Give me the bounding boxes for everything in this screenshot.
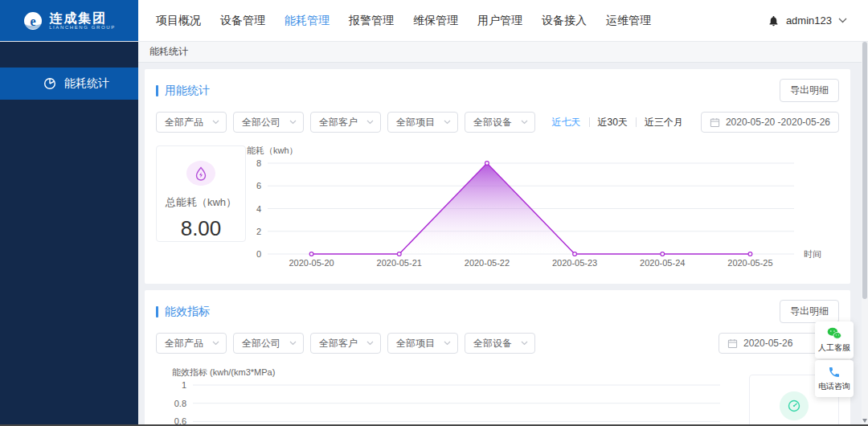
vertical-scrollbar[interactable]: [862, 42, 868, 426]
range-last-30-days[interactable]: 近30天: [590, 116, 636, 129]
svg-text:0: 0: [256, 249, 261, 259]
scrollbar-thumb[interactable]: [862, 42, 867, 299]
title-accent-bar: [156, 306, 158, 317]
phone-icon: [828, 366, 841, 379]
username[interactable]: admin123: [786, 14, 832, 27]
panel-title-energy-efficiency: 能效指标: [165, 305, 210, 319]
chevron-down-icon: [444, 341, 451, 346]
svg-text:2020-05-20: 2020-05-20: [289, 258, 334, 268]
tab-energy-stats[interactable]: 能耗统计: [149, 45, 188, 59]
top-header: e 连成集团 LIANCHENG GROUP 项目概况 设备管理 能耗管理 报警…: [0, 0, 868, 42]
user-area: admin123: [768, 0, 868, 41]
calendar-icon: [727, 338, 738, 349]
chevron-down-icon: [521, 120, 528, 125]
live-chat-label: 人工客服: [818, 342, 850, 354]
svg-text:2020-05-21: 2020-05-21: [377, 258, 422, 268]
nav-item-device-access[interactable]: 设备接入: [538, 14, 590, 28]
svg-text:2: 2: [256, 227, 261, 236]
scrollbar-down-arrow-icon[interactable]: [862, 419, 867, 423]
chevron-down-icon: [366, 341, 374, 346]
wechat-icon: [826, 326, 842, 340]
nav-item-ops-management[interactable]: 运维管理: [603, 14, 654, 28]
total-energy-card: 总能耗（kwh） 8.00: [156, 145, 246, 242]
chevron-down-icon[interactable]: [838, 18, 847, 23]
energy-consumption-chart: 02468能耗（kwh）2020-05-202020-05-212020-05-…: [246, 145, 829, 276]
sidebar: 能耗统计: [0, 42, 138, 426]
app-window: e 连成集团 LIANCHENG GROUP 项目概况 设备管理 能耗管理 报警…: [0, 0, 868, 426]
total-energy-label: 总能耗（kwh）: [166, 195, 236, 210]
chevron-down-icon: [366, 120, 374, 125]
panel-energy-usage: 用能统计 导出明细 全部产品 全部公司 全部客户: [145, 69, 850, 284]
calendar-icon: [710, 117, 720, 128]
svg-text:2020-05-24: 2020-05-24: [640, 258, 685, 268]
svg-text:时间: 时间: [804, 249, 821, 259]
svg-text:4: 4: [256, 204, 261, 214]
total-energy-value: 8.00: [181, 216, 222, 241]
pie-chart-icon: [43, 77, 56, 90]
gauge-icon: [787, 399, 801, 413]
chevron-down-icon: [521, 341, 528, 346]
svg-text:2020-05-25: 2020-05-25: [727, 258, 772, 268]
chevron-down-icon: [289, 120, 297, 125]
range-last-7-days[interactable]: 近七天: [544, 116, 589, 129]
brand-emblem-icon: e: [23, 10, 43, 31]
svg-text:1: 1: [182, 380, 186, 390]
sidebar-item-energy-stats[interactable]: 能耗统计: [0, 68, 138, 100]
nav-item-user-management[interactable]: 用户管理: [474, 14, 526, 28]
main-nav: 项目概况 设备管理 能耗管理 报警管理 维保管理 用户管理 设备接入 运维管理: [153, 0, 654, 41]
date-range-value: 2020-05-20 -2020-05-26: [726, 117, 830, 128]
brand-name: 连成集团: [49, 11, 116, 25]
energy-efficiency-chart: 10.80.60.40.2能效指标 (kwh/(km3*MPa): [156, 367, 743, 426]
range-last-3-months[interactable]: 近三个月: [637, 116, 691, 129]
nav-item-project-overview[interactable]: 项目概况: [153, 14, 204, 28]
filter-customer-select[interactable]: 全部客户: [310, 112, 381, 133]
nav-item-alarm-management[interactable]: 报警管理: [346, 14, 397, 28]
title-accent-bar: [156, 85, 158, 96]
chevron-down-icon: [444, 120, 451, 125]
export-detail-button[interactable]: 导出明细: [780, 300, 839, 323]
filter-product-select-2[interactable]: 全部产品: [156, 333, 227, 354]
tab-bar: 能耗统计: [138, 42, 868, 63]
sidebar-item-label: 能耗统计: [64, 76, 109, 91]
energy-drop-icon: [194, 166, 208, 181]
main-content: 能耗统计 用能统计 导出明细 全部产品 全部公司: [138, 42, 868, 426]
export-detail-button[interactable]: 导出明细: [780, 79, 839, 102]
svg-text:能效指标 (kwh/(km3*MPa): 能效指标 (kwh/(km3*MPa): [172, 367, 275, 377]
live-chat-widget[interactable]: 人工客服: [815, 322, 854, 358]
svg-text:8: 8: [256, 158, 261, 168]
chevron-down-icon: [212, 341, 219, 346]
filter-device-select[interactable]: 全部设备: [465, 112, 535, 133]
phone-consult-widget[interactable]: 电话咨询: [815, 360, 854, 397]
service-widgets: 人工客服 电话咨询: [815, 322, 854, 397]
bell-icon[interactable]: [768, 14, 780, 27]
panel-title-energy-usage: 用能统计: [165, 84, 210, 98]
filter-project-select-2[interactable]: 全部项目: [387, 333, 458, 354]
svg-text:0.8: 0.8: [174, 399, 186, 408]
filter-customer-select-2[interactable]: 全部客户: [310, 333, 381, 354]
date-value: 2020-05-26: [743, 338, 792, 349]
filter-company-select-2[interactable]: 全部公司: [233, 333, 304, 354]
nav-item-device-management[interactable]: 设备管理: [217, 14, 268, 28]
chevron-down-icon: [289, 341, 297, 346]
filter-project-select[interactable]: 全部项目: [387, 112, 458, 133]
filter-device-select-2[interactable]: 全部设备: [465, 333, 535, 354]
nav-item-maintenance-management[interactable]: 维保管理: [410, 14, 461, 28]
svg-text:能耗（kwh）: 能耗（kwh）: [247, 145, 298, 155]
filter-company-select[interactable]: 全部公司: [233, 112, 304, 133]
filter-product-select[interactable]: 全部产品: [156, 112, 227, 133]
phone-consult-label: 电话咨询: [818, 381, 850, 392]
nav-item-energy-management[interactable]: 能耗管理: [281, 14, 333, 28]
svg-text:0.6: 0.6: [174, 416, 186, 426]
svg-text:6: 6: [256, 181, 261, 190]
chevron-down-icon: [212, 120, 219, 125]
panel-energy-efficiency: 能效指标 导出明细 全部产品 全部公司 全部客户: [145, 290, 850, 426]
date-range-picker[interactable]: 2020-05-20 -2020-05-26: [701, 112, 839, 133]
svg-text:2020-05-22: 2020-05-22: [465, 258, 510, 268]
svg-text:2020-05-23: 2020-05-23: [552, 258, 597, 268]
brand-logo: e 连成集团 LIANCHENG GROUP: [0, 0, 138, 41]
brand-subtitle: LIANCHENG GROUP: [49, 25, 116, 30]
